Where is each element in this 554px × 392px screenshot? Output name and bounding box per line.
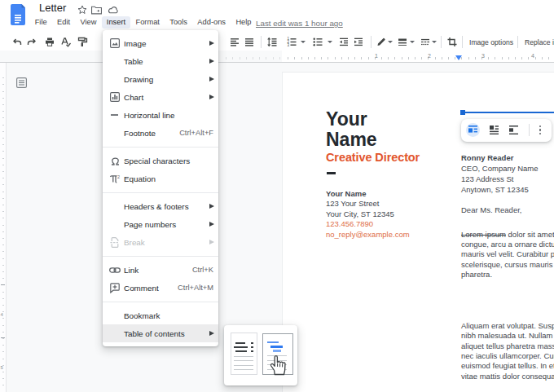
svg-text:2: 2 (117, 174, 120, 178)
svg-text:3: 3 (288, 43, 290, 47)
